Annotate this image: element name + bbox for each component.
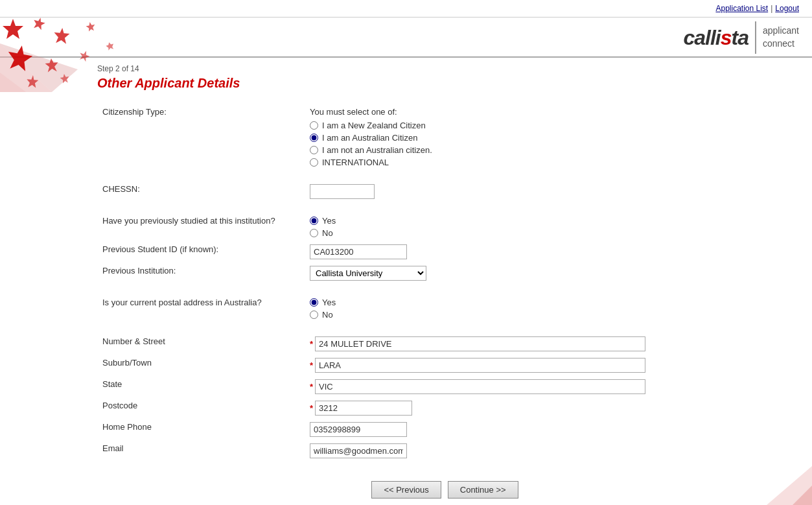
page-header: callista applicant connect (0, 18, 812, 58)
citizenship-option-nz[interactable]: I am a New Zealand Citizen (310, 121, 787, 130)
number-street-field: * (305, 333, 793, 355)
email-input[interactable] (310, 443, 407, 458)
chessn-input[interactable] (310, 184, 375, 199)
req-asterisk-postcode: * (310, 403, 313, 413)
spacer-2 (97, 202, 793, 213)
logout-link[interactable]: Logout (775, 4, 799, 13)
number-street-row: Number & Street * (97, 333, 793, 355)
chessn-row: CHESSN: (97, 181, 793, 202)
prev-studied-options: Yes No (310, 216, 787, 238)
number-street-input[interactable] (315, 336, 645, 351)
home-phone-field (305, 419, 793, 440)
top-navigation-bar: Application List | Logout (0, 0, 812, 18)
state-row: State * (97, 376, 793, 397)
svg-marker-9 (105, 41, 115, 51)
svg-marker-4 (53, 27, 70, 44)
postal-au-radio-yes[interactable] (310, 298, 318, 307)
bottom-decoration (767, 460, 812, 505)
email-field (305, 440, 793, 462)
form-table: Citizenship Type: You must select one of… (97, 104, 793, 462)
prev-student-id-field (305, 241, 793, 263)
citizenship-row: Citizenship Type: You must select one of… (97, 104, 793, 170)
state-field: * (305, 376, 793, 397)
state-input[interactable] (315, 379, 645, 394)
separator: | (771, 4, 772, 13)
logo-container: callista applicant connect (683, 21, 799, 54)
prev-institution-row: Previous Institution: Callista Universit… (97, 263, 793, 284)
email-label: Email (97, 440, 305, 462)
prev-student-id-row: Previous Student ID (if known): (97, 241, 793, 263)
postcode-row: Postcode * (97, 397, 793, 419)
home-phone-row: Home Phone (97, 419, 793, 440)
prev-student-id-label: Previous Student ID (if known): (97, 241, 305, 263)
chessn-field (305, 181, 793, 202)
state-label: State (97, 376, 305, 397)
citizenship-option-intl[interactable]: INTERNATIONAL (310, 158, 787, 167)
citizenship-radio-au[interactable] (310, 134, 318, 142)
suburb-town-input[interactable] (315, 358, 645, 373)
postal-au-options: Yes No (310, 298, 787, 320)
page-title: Other Applicant Details (97, 76, 793, 91)
spacer-4 (97, 323, 793, 333)
step-indicator: Step 2 of 14 (97, 64, 793, 73)
prev-studied-radio-yes[interactable] (310, 217, 318, 225)
email-row: Email (97, 440, 793, 462)
citizenship-option-au[interactable]: I am an Australian Citizen (310, 133, 787, 143)
svg-marker-3 (32, 18, 46, 30)
prev-student-id-input[interactable] (310, 244, 407, 259)
postcode-label: Postcode (97, 397, 305, 419)
citizenship-option-not-au[interactable]: I am not an Australian citizen. (310, 145, 787, 155)
prev-studied-row: Have you previously studied at this inst… (97, 213, 793, 241)
postal-au-label: Is your current postal address in Austra… (97, 294, 305, 323)
prev-institution-label: Previous Institution: (97, 263, 305, 284)
prev-studied-label: Have you previously studied at this inst… (97, 213, 305, 241)
postal-au-no[interactable]: No (310, 310, 787, 320)
postal-au-field: Yes No (305, 294, 793, 323)
continue-button[interactable]: Continue >> (448, 481, 518, 499)
citizenship-radio-nz[interactable] (310, 121, 318, 130)
citizenship-options: I am a New Zealand Citizen I am an Austr… (310, 121, 787, 167)
citizenship-notice: You must select one of: (310, 107, 787, 117)
prev-studied-no[interactable]: No (310, 228, 787, 238)
application-list-link[interactable]: Application List (715, 4, 768, 13)
suburb-town-row: Suburb/Town * (97, 355, 793, 376)
citizenship-label: Citizenship Type: (97, 104, 305, 170)
postal-au-row: Is your current postal address in Austra… (97, 294, 793, 323)
number-street-label: Number & Street (97, 333, 305, 355)
spacer-1 (97, 170, 793, 181)
logo-subtitle: applicant connect (763, 25, 799, 50)
svg-marker-5 (86, 21, 96, 32)
postcode-field: * (305, 397, 793, 419)
svg-marker-2 (3, 19, 23, 39)
prev-institution-select[interactable]: Callista University Other (310, 266, 426, 281)
spacer-3 (97, 284, 793, 294)
prev-studied-radio-no[interactable] (310, 229, 318, 237)
req-asterisk-suburb: * (310, 360, 313, 370)
citizenship-radio-intl[interactable] (310, 158, 318, 167)
req-asterisk-state: * (310, 382, 313, 392)
logo-callista-text: callista (683, 26, 748, 50)
prev-institution-field: Callista University Other (305, 263, 793, 284)
citizenship-field: You must select one of: I am a New Zeala… (305, 104, 793, 170)
main-content: Step 2 of 14 Other Applicant Details Cit… (0, 58, 812, 505)
home-phone-label: Home Phone (97, 419, 305, 440)
postcode-input[interactable] (315, 401, 412, 416)
postal-au-yes[interactable]: Yes (310, 298, 787, 307)
navigation-buttons: << Previous Continue >> (97, 481, 793, 499)
prev-studied-field: Yes No (305, 213, 793, 241)
prev-studied-yes[interactable]: Yes (310, 216, 787, 226)
chessn-label: CHESSN: (97, 181, 305, 202)
home-phone-input[interactable] (310, 422, 407, 437)
logo-divider (755, 21, 756, 54)
req-asterisk-street: * (310, 339, 313, 349)
citizenship-radio-not-au[interactable] (310, 146, 318, 154)
previous-button[interactable]: << Previous (371, 481, 441, 499)
suburb-town-label: Suburb/Town (97, 355, 305, 376)
suburb-town-field: * (305, 355, 793, 376)
postal-au-radio-no[interactable] (310, 311, 318, 319)
